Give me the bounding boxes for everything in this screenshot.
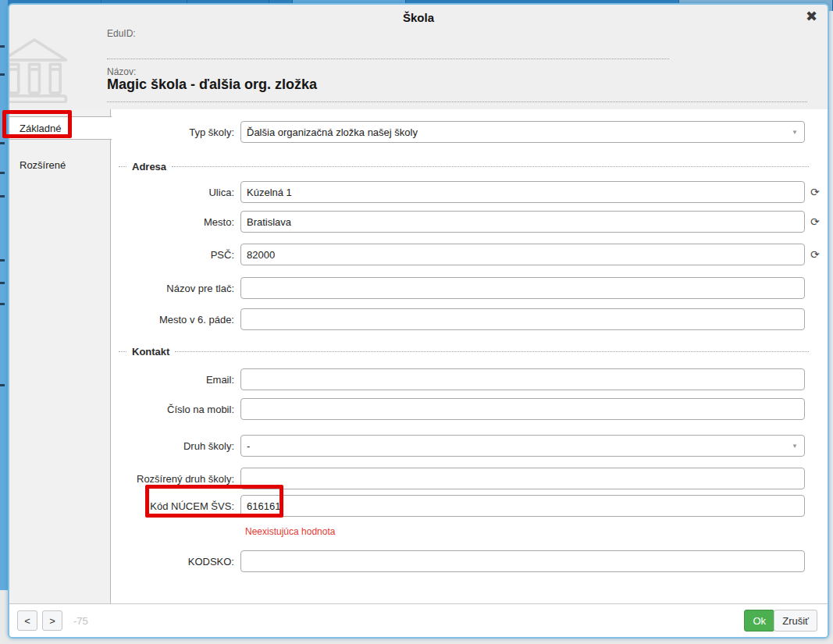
refresh-icon[interactable]: ⟳: [810, 249, 820, 260]
cislo-na-mobil-label: Číslo na mobil:: [111, 404, 240, 415]
background-sidebar-text: [0, 45, 5, 48]
section-kontakt: Kontakt: [119, 346, 809, 357]
cislo-na-mobil-input[interactable]: [240, 398, 805, 420]
druh-skoly-label: Druh školy:: [111, 440, 240, 452]
section-adresa-title: Adresa: [126, 161, 172, 173]
section-divider: [172, 166, 809, 167]
next-record-button[interactable]: >: [42, 610, 62, 631]
page: Škola ✖ EduID: Názov: Magic škola - ďalš…: [0, 0, 833, 644]
dialog-footer: < > -75 Ok Zrušiť: [9, 603, 828, 637]
tab-rozsirene-label: Rozšírené: [20, 159, 66, 171]
mesto-v-6-pade-label: Mesto v 6. páde:: [111, 314, 240, 326]
tab-rozsirene[interactable]: Rozšírené: [9, 154, 111, 177]
typ-skoly-label: Typ školy:: [111, 126, 240, 138]
kod-nucem-svs-input[interactable]: [240, 495, 805, 517]
chevron-down-icon: ▼: [792, 129, 798, 136]
rozsireny-druh-skoly-label: Rozšírený druh školy:: [111, 473, 240, 485]
field-row-cislo-na-mobil: Číslo na mobil:: [111, 398, 805, 420]
field-row-email: Email:: [111, 368, 805, 390]
background-sidebar-text: [0, 282, 5, 284]
ulica-input[interactable]: [240, 181, 805, 203]
background-sidebar-text: [0, 172, 5, 174]
section-divider: [119, 166, 126, 167]
skola-dialog: Škola ✖ EduID: Názov: Magic škola - ďalš…: [8, 3, 829, 639]
kod-nucem-svs-label: Kód NÚCEM ŠVS:: [111, 500, 240, 512]
header-divider: [107, 59, 669, 59]
school-building-icon: [8, 31, 70, 103]
typ-skoly-value: Ďalšia organizačná zložka našej školy: [247, 126, 799, 138]
background-sidebar-text: [0, 195, 5, 197]
section-divider: [175, 351, 809, 352]
field-row-typ-skoly: Typ školy: Ďalšia organizačná zložka naš…: [111, 121, 805, 143]
field-row-nazov-pre-tlac: Názov pre tlač:: [111, 277, 805, 299]
mesto-label: Mesto:: [111, 216, 240, 228]
refresh-icon[interactable]: ⟳: [810, 187, 820, 197]
chevron-down-icon: ▼: [792, 443, 798, 450]
email-label: Email:: [111, 374, 240, 386]
nazov-pre-tlac-input[interactable]: [240, 277, 805, 299]
druh-skoly-value: -: [247, 440, 799, 452]
ulica-label: Ulica:: [111, 187, 240, 198]
kodsko-input[interactable]: [240, 550, 805, 572]
field-row-ulica: Ulica: ⟳: [111, 181, 820, 203]
record-indicator: -75: [73, 615, 88, 627]
nucem-error-text: Neexistujúca hodnota: [245, 526, 335, 537]
dialog-title: Škola: [9, 11, 828, 24]
mesto-v-6-pade-input[interactable]: [240, 308, 805, 330]
background-sidebar-text: [0, 384, 5, 386]
tab-column: Základné Rozšírené: [9, 109, 111, 603]
psc-input[interactable]: [240, 244, 805, 265]
field-row-rozsireny-druh-skoly: Rozšírený druh školy:: [111, 468, 805, 489]
cancel-button[interactable]: Zrušiť: [774, 610, 817, 632]
background-sidebar-text: [0, 259, 5, 262]
field-row-kod-nucem-svs: Kód NÚCEM ŠVS:: [111, 495, 805, 517]
field-row-kodsko: KODSKO:: [111, 550, 805, 572]
field-row-druh-skoly: Druh školy: - ▼: [111, 435, 805, 457]
tab-zakladne-label: Základné: [20, 123, 61, 134]
tab-zakladne[interactable]: Základné: [9, 116, 112, 140]
school-name: Magic škola - ďalšia org. zložka: [107, 76, 317, 93]
section-kontakt-title: Kontakt: [126, 346, 175, 358]
ok-button[interactable]: Ok: [744, 610, 774, 632]
header-divider: [107, 101, 807, 102]
psc-label: PSČ:: [111, 249, 240, 261]
background-sidebar-text: [0, 73, 5, 76]
section-divider: [119, 351, 126, 352]
field-row-mesto-v-6-pade: Mesto v 6. páde:: [111, 308, 805, 330]
background-sidebar-text: [0, 142, 5, 144]
field-row-mesto: Mesto: ⟳: [111, 211, 820, 233]
field-row-psc: PSČ: ⟳: [111, 244, 820, 265]
background-sidebar: [0, 0, 8, 590]
email-input[interactable]: [240, 368, 805, 390]
typ-skoly-select[interactable]: Ďalšia organizačná zložka našej školy ▼: [240, 121, 805, 143]
background-sidebar-text: [0, 303, 5, 305]
section-adresa: Adresa: [119, 161, 809, 172]
kodsko-label: KODSKO:: [111, 556, 240, 568]
mesto-input[interactable]: [240, 211, 805, 233]
rozsireny-druh-skoly-input[interactable]: [240, 468, 805, 489]
dialog-body: Základné Rozšírené Typ školy: Ďalšia org…: [9, 109, 828, 603]
nazov-label: Názov:: [107, 66, 136, 77]
prev-record-button[interactable]: <: [17, 610, 37, 631]
refresh-icon[interactable]: ⟳: [810, 216, 820, 227]
nazov-pre-tlac-label: Názov pre tlač:: [111, 283, 240, 294]
druh-skoly-select[interactable]: - ▼: [240, 435, 805, 457]
eduid-label: EduID:: [107, 28, 136, 39]
close-icon[interactable]: ✖: [806, 9, 817, 23]
